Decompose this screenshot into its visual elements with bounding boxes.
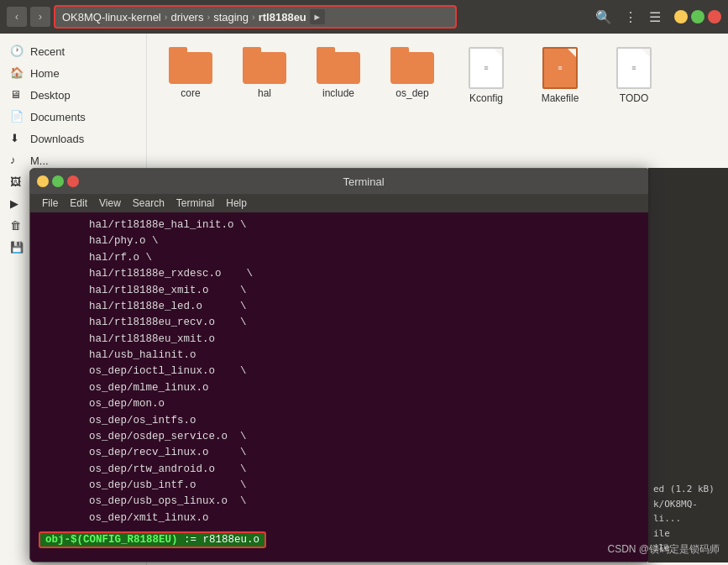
file-label-hal: hal xyxy=(258,87,271,99)
file-item-makefile[interactable]: ≡ Makefile xyxy=(530,47,590,104)
terminal-line-15: os_dep/rtw_android.o \ xyxy=(39,462,642,478)
terminal-line-6: hal/rtl8188eu_recv.o \ xyxy=(39,315,642,331)
other-icon: 💾 xyxy=(10,241,24,254)
terminal-obj-line: obj-$(CONFIG_R8188EU) := r8188eu.o xyxy=(39,531,266,548)
nav-forward-button[interactable]: › xyxy=(30,7,50,27)
sidebar-item-recent[interactable]: 🕐 Recent xyxy=(0,40,146,62)
terminal-obj-key: obj-$(CONFIG_R8188EU) xyxy=(45,534,178,546)
terminal-line-7: hal/rtl8188eu_xmit.o xyxy=(39,332,642,348)
breadcrumb-item-1[interactable]: drivers xyxy=(169,11,205,24)
folder-icon-hal xyxy=(243,47,286,84)
sidebar-item-home[interactable]: 🏠 Home xyxy=(0,62,146,84)
search-button[interactable]: 🔍 xyxy=(592,8,615,27)
nav-back-button[interactable]: ‹ xyxy=(7,7,27,27)
file-item-todo[interactable]: ≡ TODO xyxy=(604,47,664,104)
terminal-menu-file[interactable]: File xyxy=(37,196,63,211)
window-controls xyxy=(674,10,721,24)
terminal-body[interactable]: hal/rtl8188e_hal_init.o \ hal/phy.o \ ha… xyxy=(30,212,650,562)
file-item-core[interactable]: core xyxy=(160,47,221,104)
terminal-window-controls xyxy=(37,175,79,187)
terminal-line-5: hal/rtl8188e_led.o \ xyxy=(39,299,642,315)
terminal-obj-value: := r8188eu.o xyxy=(184,534,259,546)
terminal-line-10: os_dep/mlme_linux.o xyxy=(39,380,642,396)
terminal-line-2: hal/rf.o \ xyxy=(39,250,642,266)
breadcrumb-sep-0: › xyxy=(165,12,168,22)
recent-icon: 🕐 xyxy=(10,44,24,58)
terminal-line-8: hal/usb_halinit.o xyxy=(39,348,642,364)
documents-icon: 📄 xyxy=(10,110,24,123)
downloads-icon: ⬇ xyxy=(10,132,24,145)
terminal-line-11: os_dep/mon.o xyxy=(39,396,642,412)
folder-icon-core xyxy=(169,47,212,84)
sidebar-item-documents-label: Documents xyxy=(30,111,86,123)
sidebar-item-desktop[interactable]: 🖥 Desktop xyxy=(0,84,146,106)
file-icon-kconfig: ≡ xyxy=(469,47,504,89)
videos-icon: ▶ xyxy=(10,197,24,211)
file-label-include: include xyxy=(322,87,354,99)
terminal-line-0: hal/rtl8188e_hal_init.o \ xyxy=(39,217,642,233)
desktop-icon: 🖥 xyxy=(10,88,24,102)
terminal-minimize-button[interactable] xyxy=(37,175,49,187)
breadcrumb-item-2[interactable]: staging xyxy=(212,11,250,24)
music-icon: ♪ xyxy=(10,154,24,167)
trash-icon: 🗑 xyxy=(10,219,24,233)
home-icon: 🏠 xyxy=(10,66,24,80)
terminal-line-16: os_dep/usb_intf.o \ xyxy=(39,478,642,494)
breadcrumb-item-3[interactable]: rtl8188eu xyxy=(257,11,308,24)
file-item-hal[interactable]: hal xyxy=(234,47,295,104)
terminal-line-4: hal/rtl8188e_xmit.o \ xyxy=(39,283,642,299)
terminal-line-18: os_dep/xmit_linux.o xyxy=(39,510,642,526)
terminal-line-12: os_dep/os_intfs.o xyxy=(39,413,642,429)
terminal-menu-view[interactable]: View xyxy=(94,196,126,211)
terminal-line-13: os_dep/osdep_service.o \ xyxy=(39,429,642,445)
folder-icon-include xyxy=(317,47,360,84)
file-item-include[interactable]: include xyxy=(308,47,369,104)
sidebar-item-documents[interactable]: 📄 Documents xyxy=(0,106,146,128)
side-panel-line-2: ile xyxy=(653,526,723,541)
file-label-todo: TODO xyxy=(620,92,648,104)
minimize-button[interactable] xyxy=(674,10,688,24)
menu-button[interactable]: ☰ xyxy=(646,8,664,27)
pictures-icon: 🖼 xyxy=(10,175,24,189)
breadcrumb-item-0[interactable]: OK8MQ-linux-kernel xyxy=(60,11,163,24)
terminal-line-3: hal/rtl8188e_rxdesc.o \ xyxy=(39,266,642,282)
file-label-os-dep: os_dep xyxy=(395,87,428,99)
maximize-button[interactable] xyxy=(691,10,704,24)
sidebar-item-recent-label: Recent xyxy=(30,45,65,58)
sidebar-item-desktop-label: Desktop xyxy=(30,89,71,102)
breadcrumb: OK8MQ-linux-kernel › drivers › staging ›… xyxy=(54,5,457,29)
fm-header: ‹ › OK8MQ-linux-kernel › drivers › stagi… xyxy=(0,0,728,34)
terminal-close-button[interactable] xyxy=(67,175,79,187)
close-button[interactable] xyxy=(708,10,721,24)
file-item-os-dep[interactable]: os_dep xyxy=(382,47,443,104)
terminal-menubar: File Edit View Search Terminal Help xyxy=(30,194,650,212)
terminal-window: Terminal File Edit View Search Terminal … xyxy=(29,168,651,562)
breadcrumb-expand-button[interactable]: ► xyxy=(310,9,325,24)
terminal-menu-edit[interactable]: Edit xyxy=(65,196,92,211)
breadcrumb-sep-2: › xyxy=(252,12,255,22)
side-panel-line-0: ed (1.2 kB) xyxy=(653,482,723,497)
terminal-bottom-line: cflags-y += -I$(srctree)/$(src)/include xyxy=(39,553,642,562)
file-label-core: core xyxy=(181,87,200,99)
breadcrumb-sep-1: › xyxy=(207,12,210,22)
file-item-kconfig[interactable]: ≡ Kconfig xyxy=(456,47,516,104)
sidebar-item-downloads[interactable]: ⬇ Downloads xyxy=(0,128,146,149)
terminal-titlebar: Terminal xyxy=(30,169,650,194)
view-toggle-button[interactable]: ⋮ xyxy=(621,8,641,27)
file-label-kconfig: Kconfig xyxy=(469,92,503,104)
sidebar-item-music-label: M... xyxy=(30,154,49,167)
sidebar-item-downloads-label: Downloads xyxy=(30,133,84,145)
terminal-menu-help[interactable]: Help xyxy=(221,196,252,211)
sidebar-item-home-label: Home xyxy=(30,67,60,80)
terminal-line-9: os_dep/ioctl_linux.o \ xyxy=(39,364,642,379)
fm-toolbar-right: 🔍 ⋮ ☰ xyxy=(592,8,664,27)
terminal-title: Terminal xyxy=(84,175,643,188)
terminal-maximize-button[interactable] xyxy=(52,175,64,187)
terminal-line-14: os_dep/recv_linux.o \ xyxy=(39,445,642,461)
file-icon-todo: ≡ xyxy=(616,47,652,89)
terminal-menu-terminal[interactable]: Terminal xyxy=(171,196,219,211)
terminal-menu-search[interactable]: Search xyxy=(128,196,170,211)
watermark: CSDN @锁码定是锁码师 xyxy=(607,542,720,557)
file-icon-makefile: ≡ xyxy=(542,47,578,89)
terminal-line-1: hal/phy.o \ xyxy=(39,233,642,249)
